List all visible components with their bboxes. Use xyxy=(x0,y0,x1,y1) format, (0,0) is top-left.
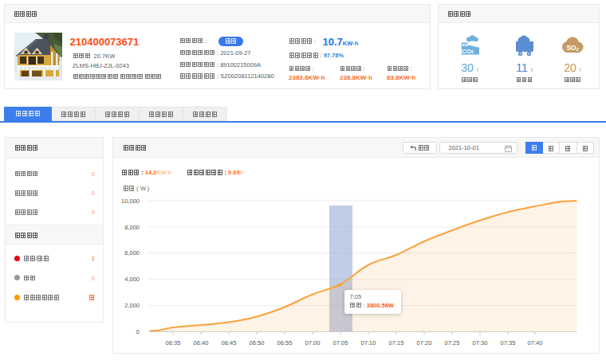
svg-text:4,000: 4,000 xyxy=(124,276,140,283)
svg-text:10,000: 10,000 xyxy=(121,198,140,205)
svg-text:07:20: 07:20 xyxy=(417,339,432,346)
svg-text:07:35: 07:35 xyxy=(501,339,516,346)
svg-text:07:15: 07:15 xyxy=(389,339,404,346)
svg-text:06:40: 06:40 xyxy=(194,339,209,346)
svg-text:2,000: 2,000 xyxy=(124,302,140,309)
svg-text:07:00: 07:00 xyxy=(305,339,321,346)
svg-text:06:55: 06:55 xyxy=(277,339,293,346)
svg-text:07:25: 07:25 xyxy=(445,339,460,346)
svg-text:07:05: 07:05 xyxy=(333,339,348,346)
svg-text:06:45: 06:45 xyxy=(222,339,237,346)
svg-text:8,000: 8,000 xyxy=(124,224,140,231)
svg-text:06:35: 06:35 xyxy=(166,339,181,346)
svg-text:07:10: 07:10 xyxy=(361,339,376,346)
svg-text:6,000: 6,000 xyxy=(124,249,140,256)
svg-text:06:50: 06:50 xyxy=(250,339,265,346)
svg-text:07:40: 07:40 xyxy=(528,339,543,346)
svg-text:0: 0 xyxy=(136,328,140,335)
svg-text:07:30: 07:30 xyxy=(473,339,488,346)
